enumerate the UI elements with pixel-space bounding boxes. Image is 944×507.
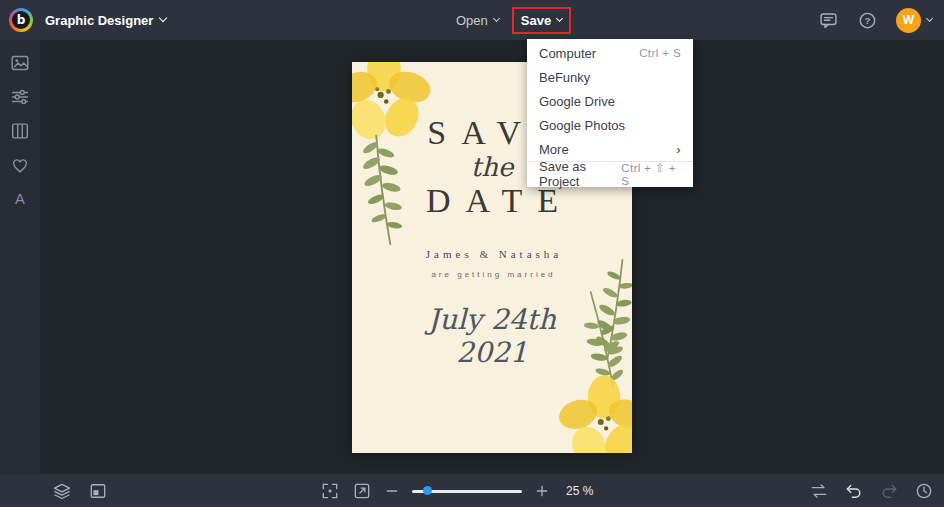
zoom-slider[interactable] <box>412 484 522 498</box>
chevron-down-icon <box>493 15 500 22</box>
canvas-area: SAVE the DATE James & Natasha are gettin… <box>40 40 944 474</box>
svg-text:?: ? <box>865 15 871 26</box>
menu-item-google-photos[interactable]: Google Photos <box>527 113 693 137</box>
app-mode-label: Graphic Designer <box>45 13 153 28</box>
menu-item-befunky[interactable]: BeFunky <box>527 65 693 89</box>
chevron-down-icon <box>159 14 167 22</box>
account-menu[interactable]: W <box>896 8 932 33</box>
menu-item-label: More <box>539 142 569 157</box>
card-date-line2[interactable]: 2021 <box>456 336 527 369</box>
open-button[interactable]: Open <box>456 13 499 28</box>
befunky-logo-mark: b <box>12 11 30 29</box>
comment-icon[interactable] <box>818 10 839 31</box>
card-names-text[interactable]: James & Natasha <box>422 248 562 260</box>
menu-item-computer[interactable]: Computer Ctrl + S <box>527 41 693 65</box>
leaf-sprig-illustration <box>352 121 415 258</box>
bottombar-left-group <box>52 474 108 507</box>
leaf-sprig-illustration <box>569 279 632 398</box>
app-mode-menu[interactable]: Graphic Designer <box>45 13 166 28</box>
menu-item-shortcut: Ctrl + S <box>639 47 681 59</box>
menu-item-label: BeFunky <box>539 70 590 85</box>
save-dropdown-menu: Computer Ctrl + S BeFunky Google Drive G… <box>527 39 693 187</box>
zoom-in-icon[interactable] <box>534 483 550 499</box>
fullscreen-icon[interactable] <box>352 481 372 501</box>
text-icon[interactable]: A <box>9 188 31 210</box>
heart-icon[interactable] <box>9 154 31 176</box>
save-button[interactable]: Save <box>521 13 562 28</box>
save-button-label: Save <box>521 13 551 28</box>
menu-item-label: Computer <box>539 46 596 61</box>
help-icon[interactable]: ? <box>857 10 878 31</box>
compare-icon[interactable] <box>809 481 829 501</box>
chevron-down-icon <box>556 15 563 22</box>
menu-item-label: Save as Project <box>539 159 621 189</box>
topbar-right-group: ? W <box>818 0 932 40</box>
topbar-center-group: Open Save <box>456 0 571 40</box>
menu-item-label: Google Drive <box>539 94 615 109</box>
open-button-label: Open <box>456 13 488 28</box>
befunky-logo[interactable]: b <box>9 8 33 32</box>
fit-screen-icon[interactable] <box>320 481 340 501</box>
card-title-the[interactable]: the <box>471 152 514 182</box>
undo-icon[interactable] <box>844 481 864 501</box>
zoom-percentage: 25 % <box>566 484 593 498</box>
bottombar-center-group: 25 % <box>320 474 593 507</box>
card-date-line1[interactable]: July 24th <box>428 303 556 336</box>
flower-illustration <box>550 369 632 453</box>
history-icon[interactable] <box>914 481 934 501</box>
redo-icon[interactable] <box>879 481 899 501</box>
layers-icon[interactable] <box>52 481 72 501</box>
left-sidebar: A <box>0 40 40 474</box>
image-manager-icon[interactable] <box>9 52 31 74</box>
svg-text:A: A <box>15 191 25 207</box>
submenu-arrow-icon: › <box>676 142 681 157</box>
top-bar: b Graphic Designer Open Save <box>0 0 944 40</box>
avatar: W <box>896 8 921 33</box>
bottom-bar: 25 % <box>0 474 944 507</box>
menu-item-google-drive[interactable]: Google Drive <box>527 89 693 113</box>
zoom-slider-thumb[interactable] <box>423 486 432 495</box>
annotation-highlight-box: Save <box>512 7 571 34</box>
leaf-sprig-illustration <box>582 246 632 373</box>
chevron-down-icon <box>926 15 933 22</box>
menu-item-more[interactable]: More › <box>527 137 693 161</box>
bottombar-right-group <box>809 474 934 507</box>
artboard-icon[interactable] <box>88 481 108 501</box>
zoom-out-icon[interactable] <box>384 483 400 499</box>
layout-icon[interactable] <box>9 120 31 142</box>
menu-item-label: Google Photos <box>539 118 625 133</box>
menu-item-save-as-project[interactable]: Save as Project Ctrl + ⇧ + S <box>527 161 693 185</box>
card-tagline-text[interactable]: are getting married <box>428 270 555 279</box>
adjust-icon[interactable] <box>9 86 31 108</box>
menu-item-shortcut: Ctrl + ⇧ + S <box>621 161 681 187</box>
